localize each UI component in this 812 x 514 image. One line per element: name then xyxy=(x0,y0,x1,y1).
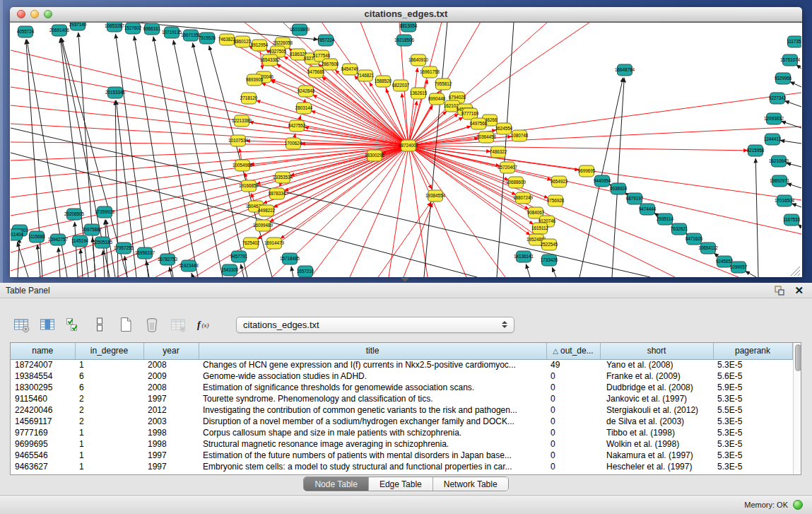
column-header-out_de[interactable]: △out_de... xyxy=(546,343,600,359)
column-header-in_degree[interactable]: in_degree xyxy=(75,343,143,359)
graph-node[interactable]: 2718120 xyxy=(240,93,258,104)
graph-node[interactable]: 18807249 xyxy=(513,192,534,204)
graph-node[interactable]: 8427552 xyxy=(288,120,306,132)
graph-node[interactable]: 6879197 xyxy=(626,193,644,204)
graph-node[interactable]: 20364456 xyxy=(476,132,497,143)
table-row[interactable]: 1830029562008Estimation of significance … xyxy=(11,382,792,393)
graph-node[interactable]: 10107534 xyxy=(228,135,249,146)
graph-node[interactable]: 1115688 xyxy=(28,231,45,243)
graph-hub-node[interactable]: 18724007 xyxy=(399,140,419,151)
graph-node[interactable]: 13353534 xyxy=(273,172,293,183)
graph-node[interactable]: 19384554 xyxy=(425,190,446,201)
graph-node[interactable]: 1145194 xyxy=(71,235,89,247)
graph-node[interactable]: 9329966 xyxy=(775,73,792,84)
graph-node[interactable]: 7955812 xyxy=(435,78,452,90)
graph-node[interactable]: 8912954 xyxy=(251,40,269,51)
graph-node[interactable]: 7857224 xyxy=(317,35,335,46)
graph-node[interactable]: 20153346 xyxy=(105,87,126,98)
row-height-icon[interactable] xyxy=(90,315,110,334)
graph-node[interactable]: 8813054 xyxy=(400,23,418,32)
graph-node[interactable]: 10719135 xyxy=(162,27,182,38)
column-header-pagerank[interactable]: pagerank xyxy=(713,343,792,359)
graph-node[interactable]: 7515526 xyxy=(199,33,216,44)
graph-node[interactable]: 2937140 xyxy=(69,23,87,30)
table-row[interactable]: 946554611997Estimation of the future num… xyxy=(11,450,792,461)
graph-node[interactable]: 16958107 xyxy=(135,247,155,259)
graph-node[interactable]: 2803144 xyxy=(295,103,313,114)
table-scrollbar[interactable] xyxy=(793,343,801,474)
graph-node[interactable]: 8938924 xyxy=(610,183,628,194)
graph-node[interactable]: 9756928 xyxy=(547,195,565,206)
graph-node[interactable]: 17957255 xyxy=(114,243,134,254)
graph-node[interactable]: 16210643 xyxy=(769,156,789,167)
graph-node[interactable]: 18640910 xyxy=(408,54,429,66)
new-table-icon[interactable] xyxy=(116,315,136,334)
graph-node[interactable]: 12505185 xyxy=(93,237,113,248)
network-window-titlebar[interactable]: citations_edges.txt xyxy=(10,7,802,22)
table-mode-icon[interactable] xyxy=(11,315,31,334)
graph-node[interactable]: 4498222 xyxy=(258,205,276,216)
graph-node[interactable]: 6966161 xyxy=(143,23,161,35)
graph-node[interactable]: 4055724 xyxy=(17,26,35,37)
graph-node[interactable]: 3911404 xyxy=(11,229,24,240)
graph-node[interactable]: 8471626 xyxy=(686,233,703,245)
graph-node[interactable]: 16648784 xyxy=(615,64,635,76)
graph-node[interactable]: 9227343 xyxy=(769,93,787,104)
select-all-icon[interactable] xyxy=(64,315,83,334)
graph-node[interactable]: 10653287 xyxy=(105,23,125,32)
table-row[interactable]: 1938455462009Genome-wide association stu… xyxy=(11,370,792,382)
network-canvas[interactable]: 4055724206914062937140106532871527602696… xyxy=(10,23,802,277)
graph-node[interactable]: 15720407 xyxy=(498,162,518,173)
graph-node[interactable]: 18300295 xyxy=(365,150,385,161)
graph-node[interactable]: 1244413 xyxy=(764,134,782,145)
graph-node[interactable]: 20691406 xyxy=(49,25,70,36)
graph-node[interactable]: 16099489 xyxy=(253,220,273,231)
function-builder-icon[interactable]: f(x) xyxy=(194,315,214,334)
graph-node[interactable]: 15751074 xyxy=(780,54,801,66)
delete-table-icon[interactable] xyxy=(142,315,162,334)
graph-node[interactable]: 1167533 xyxy=(783,214,801,226)
graph-node[interactable]: 2522545 xyxy=(541,239,558,250)
graph-node[interactable]: 8215958 xyxy=(747,145,765,156)
graph-node[interactable]: 9457791 xyxy=(230,251,248,262)
graph-node[interactable]: 11923448 xyxy=(179,260,199,271)
minimize-window-icon[interactable] xyxy=(30,10,39,18)
graph-node[interactable]: 7632621 xyxy=(671,223,688,235)
table-row[interactable]: 977716911998Corpus callosum shape and si… xyxy=(11,427,792,438)
zoom-window-icon[interactable] xyxy=(44,10,52,18)
memory-status-icon[interactable] xyxy=(793,500,803,510)
table-row[interactable]: 1456911722003Disruption of a novel membe… xyxy=(11,416,792,427)
network-table-select[interactable]: citations_edges.txt xyxy=(236,317,514,333)
graph-node[interactable]: 9474444 xyxy=(639,204,657,215)
graph-node[interactable]: 1099057 xyxy=(730,262,748,273)
tab-network-table[interactable]: Network Table xyxy=(433,477,508,491)
column-header-title[interactable]: title xyxy=(199,343,546,359)
graph-node[interactable]: 1588520 xyxy=(375,76,392,87)
table-row[interactable]: 911546021997Tourette syndrome. Phenomeno… xyxy=(11,393,792,404)
graph-node[interactable]: 6497568 xyxy=(470,118,488,129)
table-panel-titlebar[interactable]: Table Panel ✕ xyxy=(0,283,812,298)
graph-node[interactable]: 12093832 xyxy=(764,113,784,124)
table-row[interactable]: 969969511998Structural magnetic resonanc… xyxy=(11,438,792,450)
table-row[interactable]: 2242004622012Investigating the contribut… xyxy=(11,404,792,416)
graph-node[interactable]: 16782753 xyxy=(158,254,178,265)
graph-node[interactable]: 10654112 xyxy=(698,243,718,254)
graph-node[interactable]: 1733426 xyxy=(541,255,558,266)
graph-node[interactable]: 9699695 xyxy=(578,165,596,177)
tab-node-table[interactable]: Node Table xyxy=(304,477,369,491)
column-header-short[interactable]: short xyxy=(600,343,713,359)
graph-node[interactable]: 16543382 xyxy=(260,54,281,66)
graph-node[interactable]: 19892971 xyxy=(770,175,790,187)
graph-node[interactable]: 10688609 xyxy=(506,177,526,188)
graph-node[interactable]: 17016504 xyxy=(775,195,795,206)
close-panel-icon[interactable]: ✕ xyxy=(794,286,804,296)
graph-node[interactable]: 1700624 xyxy=(285,138,302,149)
show-column-icon[interactable] xyxy=(37,315,57,334)
graph-node[interactable]: 5475685 xyxy=(307,66,325,78)
close-window-icon[interactable] xyxy=(17,10,25,18)
graph-node[interactable]: 2867608 xyxy=(322,59,339,70)
graph-node[interactable]: 12213389 xyxy=(232,115,252,127)
graph-node[interactable]: 20206505 xyxy=(64,209,85,220)
table-row[interactable]: 946362711997Embryonic stem cells: a mode… xyxy=(11,461,792,472)
graph-node[interactable]: 30975887 xyxy=(82,224,102,235)
